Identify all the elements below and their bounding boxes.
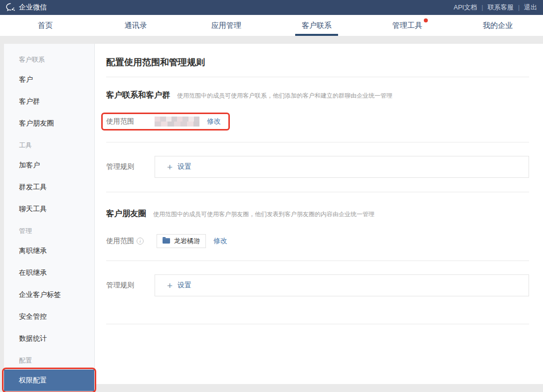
scope-label: 使用范围: [106, 117, 155, 126]
divider: [106, 142, 529, 142]
tab-contacts[interactable]: 通讯录: [91, 15, 181, 36]
main-nav: 首页 通讯录 应用管理 客户联系 管理工具 我的企业: [0, 15, 543, 36]
content-layout: 客户联系 客户 客户群 客户朋友圈 工具 加客户 群发工具 聊天工具 管理 离职…: [0, 44, 543, 384]
sidebar-item-corp-customer-tags[interactable]: 企业客户标签: [4, 284, 94, 306]
sidebar-item-security-control[interactable]: 安全管控: [4, 306, 94, 328]
rules-label: 管理规则: [106, 274, 155, 296]
sidebar-group-tools: 工具 加客户 群发工具 聊天工具: [4, 136, 94, 220]
setup-moments-rules-button[interactable]: + 设置: [155, 274, 529, 296]
separator: |: [518, 4, 520, 11]
divider: [106, 324, 529, 324]
contact-support-link[interactable]: 联系客服: [488, 3, 514, 12]
moments-scope-row: 使用范围 i 龙岩橘游 修改: [106, 234, 529, 248]
sidebar-item-resigned-inheritance[interactable]: 离职继承: [4, 240, 94, 262]
topbar-links: API文档 | 联系客服 | 退出: [454, 3, 537, 12]
top-bar: 企业微信 API文档 | 联系客服 | 退出: [0, 0, 543, 15]
sidebar-item-customer-groups[interactable]: 客户群: [4, 91, 94, 113]
scope-row-highlight-annotation: 使用范围 修改: [101, 113, 230, 131]
tab-app-management[interactable]: 应用管理: [181, 15, 272, 36]
info-icon[interactable]: i: [137, 238, 144, 245]
rules-label: 管理规则: [106, 156, 155, 178]
sidebar-item-data-statistics[interactable]: 数据统计: [4, 328, 94, 350]
sidebar-item-active-inheritance[interactable]: 在职继承: [4, 262, 94, 284]
folder-icon: [163, 237, 170, 245]
wechat-work-bubble-icon: [6, 3, 16, 12]
plus-icon: +: [167, 162, 173, 172]
sidebar-header-customer-contact: 客户联系: [4, 51, 94, 69]
logout-link[interactable]: 退出: [524, 3, 537, 12]
rules-row: 管理规则 + 设置: [106, 156, 529, 178]
sidebar-item-customers[interactable]: 客户: [4, 69, 94, 91]
divider: [106, 77, 529, 77]
scope-department-chip: 龙岩橘游: [157, 234, 206, 248]
section-description: 使用范围中的成员可使用客户朋友圈，他们发表到客户朋友圈的内容由企业统一管理: [153, 210, 374, 219]
sidebar-item-permission-config[interactable]: 权限配置: [4, 370, 94, 391]
section-title: 客户联系和客户群: [106, 90, 170, 101]
tab-management-tools[interactable]: 管理工具: [362, 15, 453, 36]
sidebar-item-customer-moments[interactable]: 客户朋友圈: [4, 113, 94, 134]
scope-department-name: 龙岩橘游: [174, 237, 200, 246]
sidebar-group-management: 管理 离职继承 在职继承 企业客户标签 安全管控 数据统计: [4, 222, 94, 350]
sidebar-group-customer-contact: 客户联系 客户 客户群 客户朋友圈: [4, 51, 94, 134]
divider: [106, 192, 529, 192]
section-customer-contact-head: 客户联系和客户群 使用范围中的成员可使用客户联系，他们添加的客户和建立的群聊由企…: [106, 90, 529, 101]
app-logo[interactable]: 企业微信: [6, 3, 47, 12]
tab-my-company[interactable]: 我的企业: [453, 15, 543, 36]
setup-rules-button[interactable]: + 设置: [155, 156, 529, 178]
moments-rules-row: 管理规则 + 设置: [106, 274, 529, 296]
section-description: 使用范围中的成员可使用客户联系，他们添加的客户和建立的群聊由企业统一管理: [177, 92, 392, 100]
plus-icon: +: [167, 281, 173, 290]
sidebar-item-bulk-message-tool[interactable]: 群发工具: [4, 176, 94, 198]
divider: [106, 261, 529, 261]
sidebar-header-management: 管理: [4, 222, 94, 240]
sidebar-item-chat-tool[interactable]: 聊天工具: [4, 198, 94, 220]
sidebar: 客户联系 客户 客户群 客户朋友圈 工具 加客户 群发工具 聊天工具 管理 离职…: [4, 44, 95, 384]
modify-scope-link[interactable]: 修改: [207, 117, 221, 126]
sidebar-header-configuration: 配置: [4, 352, 94, 370]
sidebar-group-configuration: 配置 权限配置: [4, 352, 94, 391]
redacted-scope-value: [155, 117, 199, 127]
sidebar-header-tools: 工具: [4, 136, 94, 154]
tab-customer-contact[interactable]: 客户联系: [272, 15, 362, 36]
app-logo-text: 企业微信: [19, 3, 47, 12]
scope-label: 使用范围: [106, 237, 134, 246]
modify-moments-scope-link[interactable]: 修改: [213, 237, 227, 246]
section-customer-moments-head: 客户朋友圈 使用范围中的成员可使用客户朋友圈，他们发表到客户朋友圈的内容由企业统…: [106, 209, 529, 219]
main-panel: 配置使用范围和管理规则 客户联系和客户群 使用范围中的成员可使用客户联系，他们添…: [95, 44, 543, 384]
api-docs-link[interactable]: API文档: [454, 3, 477, 12]
tab-home[interactable]: 首页: [0, 15, 91, 36]
page-title: 配置使用范围和管理规则: [106, 56, 529, 68]
section-title: 客户朋友圈: [106, 209, 146, 219]
separator: |: [482, 4, 483, 11]
sidebar-item-add-customer[interactable]: 加客户: [4, 154, 94, 176]
red-dot-badge: [424, 18, 428, 22]
